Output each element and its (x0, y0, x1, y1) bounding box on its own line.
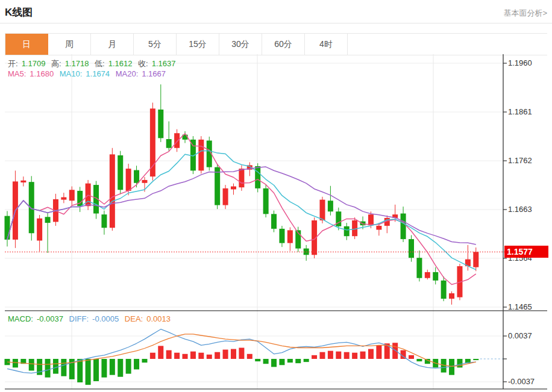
y-axis-label: 1.1861 (508, 107, 532, 116)
ma-legend: MA5:1.1680 MA10:1.1674 MA20:1.1667 (8, 69, 169, 78)
low-label: 低: (95, 59, 105, 68)
y-axis-label: 0.0037 (508, 331, 532, 340)
current-price-badge: 1.1577 (504, 246, 548, 258)
kline-page: K线图 基本面分析> 日周月5分15分30分60分4时 开:1.1709 高:1… (0, 0, 552, 392)
macd-legend: MACD:-0.0037 DIFF:-0.0005 DEA:0.0013 (8, 314, 174, 323)
ma10-value: 1.1674 (86, 69, 110, 78)
y-axis-label: 1.1762 (508, 156, 532, 165)
ma10-label: MA10: (60, 69, 83, 78)
close-value: 1.1637 (152, 59, 176, 68)
diff-value: -0.0005 (92, 314, 119, 323)
high-value: 1.1718 (65, 59, 89, 68)
ma20-value: 1.1667 (142, 69, 166, 78)
ma5-value: 1.1680 (30, 69, 54, 78)
ohlc-legend: 开:1.1709 高:1.1718 低:1.1612 收:1.1637 (8, 58, 179, 69)
y-axis-label: 1.1960 (508, 58, 532, 67)
open-value: 1.1709 (22, 59, 46, 68)
ma5-label: MA5: (8, 69, 26, 78)
high-label: 高: (51, 59, 61, 68)
y-axis-label: 1.1663 (508, 205, 532, 214)
diff-label: DIFF: (69, 314, 89, 323)
macd-label: MACD: (8, 314, 33, 323)
dea-value: 0.0013 (146, 314, 171, 323)
y-axis-label: 1.1465 (508, 302, 532, 311)
y-axis-label: -0.0037 (508, 377, 535, 386)
dea-label: DEA: (125, 314, 143, 323)
close-label: 收: (138, 59, 148, 68)
low-value: 1.1612 (108, 59, 133, 68)
macd-value: -0.0037 (37, 314, 63, 323)
open-label: 开: (8, 59, 18, 68)
ma20-label: MA20: (116, 69, 139, 78)
